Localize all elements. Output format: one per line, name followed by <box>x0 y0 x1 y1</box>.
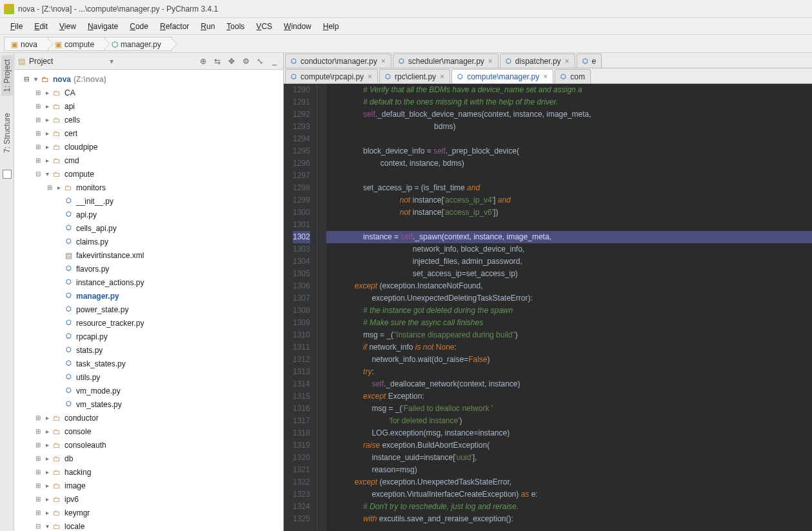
tree-vm_mode-py[interactable]: ⬡vm_mode.py <box>14 384 283 397</box>
tab-scheduler-manager-py[interactable]: ⬡scheduler\manager.py× <box>393 54 499 68</box>
scroll-from-source-icon[interactable]: ⊕ <box>198 57 208 66</box>
project-header-title: Project <box>29 57 106 66</box>
tree-api-py[interactable]: ⬡api.py <box>14 208 283 221</box>
python-file-icon: ⬡ <box>291 73 297 80</box>
tree-cells[interactable]: ⊞▸🗀cells <box>14 113 283 126</box>
project-tree[interactable]: ⊟▾🗀nova(Z:\nova)⊞▸🗀CA⊞▸🗀api⊞▸🗀cells⊞▸🗀ce… <box>14 70 283 531</box>
close-tab-icon[interactable]: × <box>488 57 493 66</box>
menu-view[interactable]: View <box>54 20 81 33</box>
menu-edit[interactable]: Edit <box>29 20 53 33</box>
tree-db[interactable]: ⊞▸🗀db <box>14 452 283 465</box>
tree-keymgr[interactable]: ⊞▸🗀keymgr <box>14 506 283 519</box>
crumb-manager-py[interactable]: ⬡manager.py <box>104 37 172 51</box>
tree-power_state-py[interactable]: ⬡power_state.py <box>14 303 283 316</box>
close-tab-icon[interactable]: × <box>565 57 569 66</box>
python-file-icon: ⬡ <box>385 73 391 80</box>
close-tab-icon[interactable]: × <box>381 57 386 66</box>
tree-api[interactable]: ⊞▸🗀api <box>14 99 283 113</box>
rail-1-project[interactable]: 1: Project <box>1 55 13 96</box>
editor-tab-row-2: ⬡compute\rpcapi.py×⬡rpc\client.py×⬡compu… <box>284 68 812 84</box>
tree-ipv6[interactable]: ⊞▸🗀ipv6 <box>14 492 283 506</box>
tree-stats-py[interactable]: ⬡stats.py <box>14 343 283 357</box>
menu-code[interactable]: Code <box>124 20 153 33</box>
tab-com[interactable]: ⬡com <box>555 69 591 83</box>
tab-compute-manager-py[interactable]: ⬡compute\manager.py× <box>451 69 553 83</box>
project-panel: ▤ Project ▾ ⊕ ⇆ ✥ ⚙ ⤡ ⎯ ⊟▾🗀nova(Z:\nova)… <box>14 53 284 531</box>
project-header-icon: ▤ <box>18 57 25 66</box>
crumb-compute[interactable]: ▣compute <box>48 37 105 51</box>
tool-window-rail: 1: Project7: Structure <box>0 53 14 531</box>
collapse-all-icon[interactable]: ⇆ <box>212 57 223 66</box>
tree-monitors[interactable]: ⊞▸🗀monitors <box>14 181 283 194</box>
tree-manager-py[interactable]: ⬡manager.py <box>14 289 283 303</box>
titlebar: nova - [Z:\nova] - ...\compute\manager.p… <box>0 0 812 18</box>
python-file-icon: ⬡ <box>399 57 404 65</box>
tree-compute[interactable]: ⊟▾🗀compute <box>14 167 283 181</box>
code-content[interactable]: # Verify that all the BDMs have a device… <box>326 84 812 531</box>
tree-flavors-py[interactable]: ⬡flavors.py <box>14 262 283 276</box>
close-tab-icon[interactable]: × <box>368 72 372 81</box>
tree-vm_states-py[interactable]: ⬡vm_states.py <box>14 397 283 411</box>
code-editor[interactable]: 1290129112921293129412951296129712981299… <box>284 84 812 531</box>
hide-icon[interactable]: ⤡ <box>255 57 265 66</box>
tree-locale[interactable]: ⊟▾🗀locale <box>14 519 283 531</box>
tree-cloudpipe[interactable]: ⊞▸🗀cloudpipe <box>14 140 283 154</box>
autoscroll-icon[interactable]: ✥ <box>226 57 237 66</box>
window-title: nova - [Z:\nova] - ...\compute\manager.p… <box>18 5 218 14</box>
tab-rpc-client-py[interactable]: ⬡rpc\client.py× <box>379 69 450 83</box>
tab-conductor-manager-py[interactable]: ⬡conductor\manager.py× <box>285 54 391 68</box>
tab-compute-rpcapi-py[interactable]: ⬡compute\rpcapi.py× <box>285 69 378 83</box>
crumb-nova[interactable]: ▣nova <box>4 37 48 51</box>
tree-claims-py[interactable]: ⬡claims.py <box>14 235 283 248</box>
menu-window[interactable]: Window <box>279 20 317 33</box>
python-file-icon: ⬡ <box>582 57 588 65</box>
rail-square-icon[interactable] <box>3 170 12 179</box>
close-tab-icon[interactable]: × <box>440 72 444 81</box>
tree-cmd[interactable]: ⊞▸🗀cmd <box>14 154 283 167</box>
rail-7-structure[interactable]: 7: Structure <box>1 109 13 157</box>
close-tab-icon[interactable]: × <box>543 72 548 81</box>
python-file-icon: ⬡ <box>291 57 297 65</box>
tree-hacking[interactable]: ⊞▸🗀hacking <box>14 465 283 479</box>
tree-task_states-py[interactable]: ⬡task_states.py <box>14 357 283 370</box>
breadcrumb: ▣nova▣compute⬡manager.py <box>0 35 812 53</box>
tree-utils-py[interactable]: ⬡utils.py <box>14 370 283 384</box>
menu-file[interactable]: File <box>5 20 28 33</box>
python-file-icon: ⬡ <box>457 73 463 80</box>
python-file-icon: ⬡ <box>506 57 511 65</box>
menu-navigate[interactable]: Navigate <box>83 20 123 33</box>
minimize-icon[interactable]: ⎯ <box>269 57 279 66</box>
menu-vcs[interactable]: VCS <box>251 20 277 33</box>
tree-__init__-py[interactable]: ⬡__init__.py <box>14 194 283 208</box>
tree-ca[interactable]: ⊞▸🗀CA <box>14 86 283 99</box>
tab-e[interactable]: ⬡e <box>577 54 602 68</box>
editor-area: ⬡conductor\manager.py×⬡scheduler\manager… <box>284 53 812 531</box>
tree-cert[interactable]: ⊞▸🗀cert <box>14 126 283 140</box>
dropdown-icon[interactable]: ▾ <box>110 57 114 66</box>
breakpoint-stripe[interactable] <box>317 84 326 531</box>
tree-instance_actions-py[interactable]: ⬡instance_actions.py <box>14 276 283 289</box>
tree-cells_api-py[interactable]: ⬡cells_api.py <box>14 221 283 235</box>
tab-dispatcher-py[interactable]: ⬡dispatcher.py× <box>500 54 575 68</box>
menu-tools[interactable]: Tools <box>221 20 250 33</box>
menu-run[interactable]: Run <box>195 20 220 33</box>
menu-refactor[interactable]: Refactor <box>155 20 194 33</box>
line-number-gutter: 1290129112921293129412951296129712981299… <box>284 84 317 531</box>
python-file-icon: ⬡ <box>560 73 566 80</box>
tree-conductor[interactable]: ⊞▸🗀conductor <box>14 411 283 425</box>
editor-tabs: ⬡conductor\manager.py×⬡scheduler\manager… <box>284 53 812 84</box>
menubar: FileEditViewNavigateCodeRefactorRunTools… <box>0 18 812 35</box>
tree-consoleauth[interactable]: ⊞▸🗀consoleauth <box>14 438 283 452</box>
tree-console[interactable]: ⊞▸🗀console <box>14 425 283 438</box>
project-header: ▤ Project ▾ ⊕ ⇆ ✥ ⚙ ⤡ ⎯ <box>14 53 283 70</box>
tree-nova[interactable]: ⊟▾🗀nova(Z:\nova) <box>14 72 283 86</box>
tree-resource_tracker-py[interactable]: ⬡resource_tracker.py <box>14 316 283 330</box>
tree-fakevirtinstance-xml[interactable]: ▤fakevirtinstance.xml <box>14 248 283 262</box>
app-logo-icon <box>4 4 14 14</box>
tree-image[interactable]: ⊞▸🗀image <box>14 479 283 492</box>
tree-rpcapi-py[interactable]: ⬡rpcapi.py <box>14 330 283 343</box>
menu-help[interactable]: Help <box>318 20 344 33</box>
gear-icon[interactable]: ⚙ <box>241 57 251 66</box>
editor-tab-row-1: ⬡conductor\manager.py×⬡scheduler\manager… <box>284 53 812 68</box>
